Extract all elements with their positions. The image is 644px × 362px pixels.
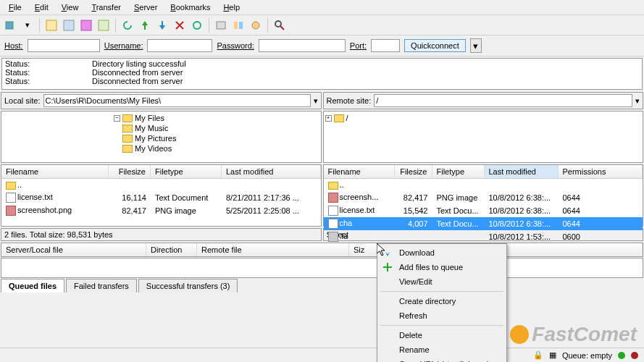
col-filetype[interactable]: Filetype <box>432 165 485 178</box>
remote-path-dropdown[interactable]: ▾ <box>635 96 640 106</box>
port-label: Port: <box>350 41 367 50</box>
filter-icon[interactable] <box>214 18 228 33</box>
status-label: Status: <box>5 77 92 85</box>
password-input[interactable] <box>259 39 346 52</box>
process-queue-icon[interactable] <box>138 18 152 33</box>
ctx-rename[interactable]: Rename <box>379 342 505 357</box>
cancel-icon[interactable] <box>155 18 170 33</box>
ctx-download[interactable]: Download <box>379 245 505 260</box>
menu-view[interactable]: View <box>56 1 85 13</box>
file-row[interactable]: cha4,007Text Docu...10/8/2012 6:38:...06… <box>324 217 643 230</box>
watermark: FastComet <box>510 323 637 346</box>
compare-icon[interactable] <box>231 18 246 33</box>
ctx-create-directory[interactable]: Create directory <box>379 294 505 308</box>
host-label: Host: <box>4 41 23 50</box>
quickconnect-button[interactable]: Quickconnect <box>404 39 466 52</box>
ctx-add-files-to-queue[interactable]: Add files to queue <box>379 260 505 274</box>
col-lastmod[interactable]: Last modified <box>485 165 559 178</box>
menu-help[interactable]: Help <box>217 1 246 13</box>
tab[interactable]: Queued files <box>1 279 64 292</box>
username-input[interactable] <box>147 39 212 52</box>
local-tree[interactable]: −My Files My Music My Pictures My Videos <box>1 111 322 163</box>
site-manager-icon[interactable] <box>3 18 17 33</box>
tree-node[interactable]: My Files <box>135 114 164 122</box>
menu-file[interactable]: File <box>3 1 28 13</box>
svg-point-9 <box>252 22 259 29</box>
col-permissions[interactable]: Permissions <box>559 165 643 178</box>
file-row[interactable]: license.txt15,542Text Docu...10/8/2012 6… <box>324 204 643 217</box>
tab[interactable]: Successful transfers (3) <box>138 279 238 292</box>
png-icon <box>328 193 338 203</box>
queue-body[interactable] <box>1 258 643 278</box>
search-icon[interactable] <box>272 18 287 33</box>
txt-icon <box>328 219 338 229</box>
remote-path-input[interactable] <box>374 94 632 107</box>
folder-icon <box>122 145 133 153</box>
tree-node[interactable]: My Pictures <box>135 134 176 143</box>
svg-rect-3 <box>81 20 91 30</box>
refresh-icon[interactable] <box>120 18 135 33</box>
col-direction[interactable]: Direction <box>146 243 197 256</box>
svg-rect-6 <box>217 22 225 29</box>
sync-icon[interactable] <box>248 18 263 33</box>
status-label: Status: <box>5 59 92 68</box>
file-row[interactable]: .. <box>1 179 321 191</box>
ctx-copy-url-s-to-clipboard[interactable]: Copy URL(s) to clipboard <box>379 357 505 362</box>
local-path-dropdown[interactable]: ▾ <box>314 96 318 106</box>
file-row[interactable]: screensh...82,417PNG image10/8/2012 6:38… <box>324 191 643 204</box>
col-filetype[interactable]: Filetype <box>151 165 222 178</box>
col-filename[interactable]: Filename <box>324 165 395 178</box>
port-input[interactable] <box>371 39 400 52</box>
reconnect-icon[interactable] <box>190 18 204 33</box>
local-site-label: Local site: <box>4 96 41 105</box>
tab[interactable]: Failed transfers <box>66 279 137 292</box>
menu-server[interactable]: Server <box>128 1 163 13</box>
status-msg: Disconnected from server <box>92 77 183 85</box>
toggle-log-icon[interactable] <box>44 18 59 33</box>
col-filesize[interactable]: Filesize <box>395 165 432 178</box>
file-row[interactable]: screenshot.png82,417PNG image5/25/2011 2… <box>1 204 321 217</box>
svg-point-10 <box>275 21 281 27</box>
expand-icon[interactable]: − <box>114 115 120 122</box>
statusbar: 🔒 ▦ Queue: empty <box>0 348 644 362</box>
menu-transfer[interactable]: Transfer <box>85 1 127 13</box>
remote-site-label: Remote site: <box>327 96 372 105</box>
svg-line-11 <box>280 26 284 30</box>
toggle-remote-icon[interactable] <box>96 18 111 33</box>
svg-rect-0 <box>6 22 13 29</box>
ctx-delete[interactable]: Delete <box>379 328 505 342</box>
col-filename[interactable]: Filename <box>1 165 109 178</box>
quickconnect-dropdown[interactable]: ▾ <box>470 38 482 53</box>
file-row[interactable]: .. <box>324 179 643 191</box>
queue-status: Queue: empty <box>562 351 612 360</box>
dropdown-icon[interactable]: ▾ <box>20 18 35 33</box>
file-row[interactable]: .la10/8/2012 1:53:...0600 <box>324 230 643 243</box>
col-filesize[interactable]: Filesize <box>109 165 151 178</box>
disconnect-icon[interactable] <box>172 18 187 33</box>
menu-bookmarks[interactable]: Bookmarks <box>164 1 216 13</box>
status-log[interactable]: Status:Directory listing successful Stat… <box>1 58 643 90</box>
png-icon <box>6 206 16 216</box>
remote-file-list[interactable]: Filename Filesize Filetype Last modified… <box>323 164 644 227</box>
toggle-tree-icon[interactable] <box>62 18 76 33</box>
col-lastmod[interactable]: Last modified <box>222 165 321 178</box>
tree-node[interactable]: My Videos <box>135 144 172 153</box>
local-path-input[interactable] <box>43 94 311 107</box>
menubar: File Edit View Transfer Server Bookmarks… <box>0 0 644 15</box>
tree-node[interactable]: My Music <box>135 124 168 132</box>
expand-icon[interactable]: + <box>325 115 332 122</box>
local-file-list[interactable]: Filename Filesize Filetype Last modified… <box>1 164 322 227</box>
file-row[interactable]: license.txt16,114Text Document8/21/2011 … <box>1 191 321 204</box>
txt-icon <box>328 206 338 216</box>
col-remote-file[interactable]: Remote file <box>197 243 349 256</box>
ctx-refresh[interactable]: Refresh <box>379 308 505 323</box>
host-input[interactable] <box>28 39 100 52</box>
menu-edit[interactable]: Edit <box>29 1 54 13</box>
remote-tree[interactable]: +/ <box>323 111 644 163</box>
folder-icon <box>334 114 344 122</box>
col-server-local[interactable]: Server/Local file <box>1 243 146 256</box>
tree-node[interactable]: / <box>346 114 348 122</box>
toggle-queue-icon[interactable] <box>79 18 93 33</box>
status-label: Status: <box>5 68 92 77</box>
ctx-view-edit[interactable]: View/Edit <box>379 274 505 289</box>
